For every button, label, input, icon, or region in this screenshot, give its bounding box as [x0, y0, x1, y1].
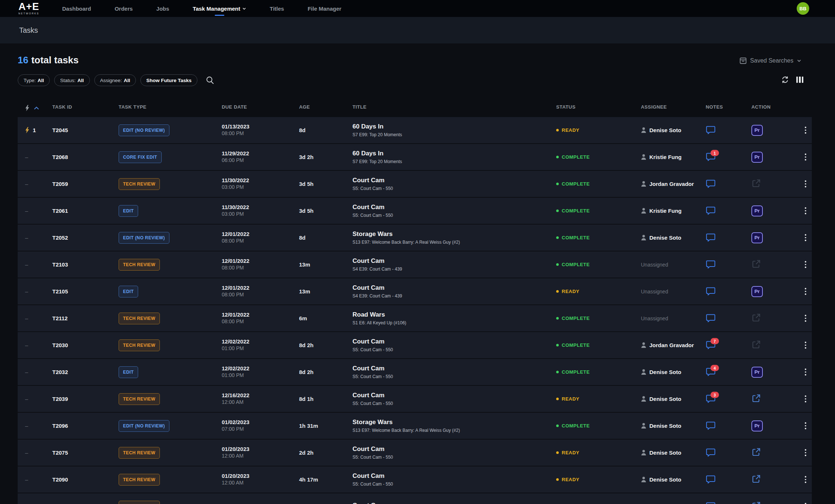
sort-chevron-up-icon[interactable] [34, 106, 39, 110]
row-menu-button[interactable] [799, 179, 812, 189]
table-row[interactable]: – T2061 EDIT 11/30/2022 03:00 PM 3d 5h C… [18, 197, 812, 224]
row-menu-button[interactable] [799, 475, 812, 484]
row-menu-button[interactable] [799, 125, 812, 135]
nav-item-file-manager[interactable]: File Manager [308, 0, 341, 17]
table-row[interactable]: – T2096 EDIT (NO REVIEW) 01/02/2023 07:0… [18, 412, 812, 439]
row-menu-button[interactable] [799, 340, 812, 350]
table-row[interactable]: – T2112 TECH REVIEW 12/01/2022 08:00 PM … [18, 304, 812, 331]
nav-item-dashboard[interactable]: Dashboard [62, 0, 91, 17]
notes-comment-button[interactable] [706, 421, 716, 430]
notes-comment-button[interactable] [706, 126, 716, 135]
header-age[interactable]: AGE [299, 104, 352, 110]
table-row[interactable]: – T2030 TECH REVIEW 12/02/2022 01:00 PM … [18, 331, 812, 358]
external-link-button[interactable] [751, 340, 761, 349]
notes-comment-button[interactable] [706, 260, 716, 269]
header-notes[interactable]: NOTES [706, 104, 751, 110]
show-future-tasks-button[interactable]: Show Future Tasks [140, 74, 197, 86]
filter-type[interactable]: Type:All [18, 74, 50, 86]
external-link-button[interactable] [751, 313, 761, 323]
table-row[interactable]: – T2039 TECH REVIEW 12/16/2022 12:00 AM … [18, 385, 812, 412]
task-id: T2096 [52, 423, 68, 429]
notes-count-badge: 7 [711, 338, 719, 344]
table-row[interactable]: – T2075 TECH REVIEW 01/20/2023 12:00 AM … [18, 439, 812, 466]
notes-comment-button[interactable] [706, 448, 716, 457]
header-assignee[interactable]: ASSIGNEE [641, 104, 706, 110]
aande-networks-logo[interactable]: A+E NETWORKS [18, 2, 39, 15]
no-priority-dash: – [25, 235, 28, 241]
notes-comment-button[interactable] [706, 475, 716, 484]
header-action[interactable]: ACTION [751, 104, 799, 110]
priority-bolt-icon[interactable] [25, 105, 29, 111]
notes-comment-button[interactable] [706, 314, 716, 323]
row-menu-button[interactable] [799, 206, 812, 216]
filter-status[interactable]: Status:All [54, 74, 90, 86]
table-row[interactable]: – T2068 CORE FIX EDIT 11/29/2022 06:00 P… [18, 143, 812, 170]
assignee-cell: Denise Soto [641, 235, 706, 241]
notes-comment-button[interactable] [706, 206, 716, 215]
header-title[interactable]: TITLE [352, 104, 556, 110]
header-due-date[interactable]: DUE DATE [222, 104, 299, 110]
row-menu-button[interactable] [799, 286, 812, 296]
table-row[interactable]: – T2052 EDIT (NO REVIEW) 12/01/2022 08:0… [18, 224, 812, 251]
premiere-pro-button[interactable]: Pr [751, 205, 763, 216]
row-menu-button[interactable] [799, 394, 812, 404]
row-menu-button[interactable] [799, 367, 812, 377]
external-link-button[interactable] [751, 447, 761, 457]
status-text: COMPLETE [562, 235, 590, 240]
notes-comment-button[interactable] [706, 233, 716, 242]
table-row[interactable]: – T2032 EDIT 12/02/2022 01:00 PM 8d 2h C… [18, 358, 812, 385]
table-row[interactable]: 1 T2045 EDIT (NO REVIEW) 01/13/2023 08:0… [18, 117, 812, 143]
due-date: 12/01/2022 [222, 311, 299, 318]
external-link-button[interactable] [751, 394, 761, 403]
table-row[interactable]: – T2103 TECH REVIEW 12/01/2022 08:00 PM … [18, 251, 812, 278]
task-age: 8d 1h [299, 396, 313, 402]
external-link-button[interactable] [751, 474, 761, 484]
columns-button[interactable] [796, 77, 804, 83]
header-status[interactable]: STATUS [556, 104, 641, 110]
row-menu-button[interactable] [799, 260, 812, 269]
row-menu-button[interactable] [799, 448, 812, 458]
external-link-button[interactable] [751, 259, 761, 269]
refresh-button[interactable] [781, 76, 789, 84]
table-row[interactable]: – T2105 EDIT 12/01/2022 08:00 PM 13m Cou… [18, 278, 812, 304]
row-menu-button[interactable] [799, 501, 812, 504]
row-menu-button[interactable] [799, 152, 812, 162]
status-dot [556, 371, 559, 373]
external-link-button[interactable] [751, 179, 761, 188]
header-task-type[interactable]: TASK TYPE [119, 104, 222, 110]
premiere-pro-button[interactable]: Pr [751, 286, 763, 297]
premiere-pro-button[interactable]: Pr [751, 367, 763, 378]
row-menu-button[interactable] [799, 313, 812, 323]
notes-comment-button[interactable]: 4 [706, 367, 716, 377]
notes-comment-button[interactable]: 1 [706, 152, 716, 162]
premiere-pro-button[interactable]: Pr [751, 152, 763, 163]
nav-item-titles[interactable]: Titles [270, 0, 284, 17]
premiere-pro-button[interactable]: Pr [751, 232, 763, 243]
notes-comment-button[interactable] [706, 502, 716, 504]
row-menu-button[interactable] [799, 421, 812, 431]
assignee-cell: Kristie Fung [641, 154, 706, 160]
premiere-pro-button[interactable]: Pr [751, 420, 763, 431]
search-button[interactable] [206, 76, 214, 85]
nav-item-task-management[interactable]: Task Management [193, 0, 246, 17]
table-row[interactable]: – T2090 TECH REVIEW 01/20/2023 12:00 AM … [18, 466, 812, 493]
notes-comment-button[interactable] [706, 179, 716, 188]
table-row[interactable]: – T2059 TECH REVIEW 11/30/2022 03:00 PM … [18, 170, 812, 197]
filter-assignee[interactable]: Assignee:All [94, 74, 136, 86]
notes-comment-button[interactable] [706, 287, 716, 296]
user-avatar[interactable]: BB [797, 2, 809, 15]
task-subtitle: S1 E6: All Keyed Up (#106) [352, 320, 556, 325]
notes-comment-button[interactable]: 3 [706, 394, 716, 403]
saved-searches-button[interactable]: Saved Searches [740, 57, 801, 64]
status-dot [556, 424, 559, 427]
row-menu-button[interactable] [799, 233, 812, 243]
external-link-button[interactable] [751, 501, 761, 504]
premiere-pro-button[interactable]: Pr [751, 125, 763, 136]
notes-comment-button[interactable]: 7 [706, 341, 716, 350]
table-row[interactable]: – TECH REVIEW 01/20/2023 Court Cam [18, 493, 812, 504]
nav-item-jobs[interactable]: Jobs [156, 0, 169, 17]
nav-item-orders[interactable]: Orders [115, 0, 133, 17]
no-priority-dash: – [25, 288, 28, 295]
header-task-id[interactable]: TASK ID [52, 104, 119, 110]
task-type-badge: TECH REVIEW [119, 474, 160, 486]
